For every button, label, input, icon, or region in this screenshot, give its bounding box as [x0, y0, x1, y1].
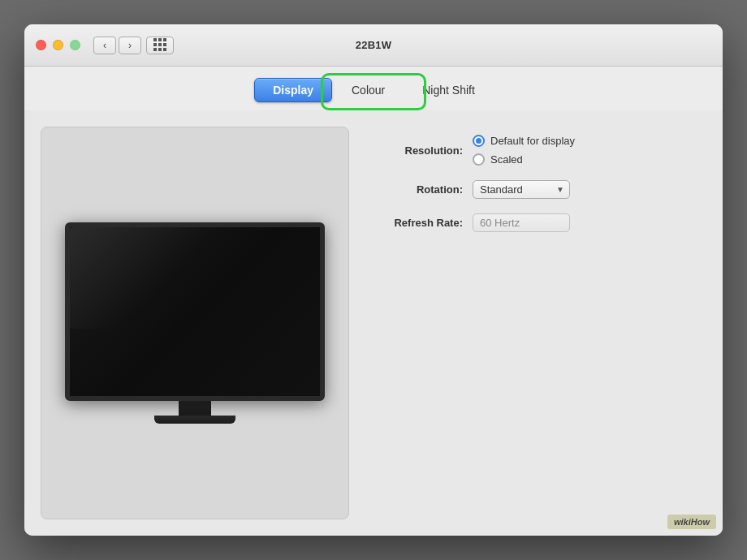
- wikihow-badge: wikiHow: [667, 515, 716, 529]
- refresh-rate-value: 60 Hertz: [473, 213, 570, 232]
- nav-buttons: ‹ ›: [93, 37, 141, 54]
- forward-icon: ›: [128, 40, 132, 51]
- back-button[interactable]: ‹: [93, 37, 116, 54]
- minimize-button[interactable]: [53, 40, 63, 50]
- settings-panel: Resolution: Default for display Scaled: [374, 127, 706, 519]
- grid-icon: [153, 38, 167, 52]
- tab-night-shift[interactable]: Night Shift: [404, 78, 493, 102]
- maximize-button[interactable]: [70, 40, 80, 50]
- resolution-default-option[interactable]: Default for display: [473, 135, 575, 147]
- resolution-label: Resolution:: [374, 144, 463, 157]
- grid-button[interactable]: [146, 37, 174, 54]
- resolution-row: Resolution: Default for display Scaled: [374, 135, 706, 166]
- resolution-default-label: Default for display: [490, 135, 575, 147]
- forward-button[interactable]: ›: [119, 37, 141, 54]
- tv-reflection: [70, 227, 220, 329]
- refresh-rate-label: Refresh Rate:: [374, 217, 463, 229]
- rotation-value: Standard: [480, 183, 523, 196]
- tabs-bar: Display Colour Night Shift: [24, 67, 723, 110]
- window-title: 22B1W: [356, 39, 391, 51]
- resolution-radio-group: Default for display Scaled: [473, 135, 575, 166]
- refresh-rate-row: Refresh Rate: 60 Hertz: [374, 213, 706, 232]
- tv-stand-base: [154, 416, 235, 424]
- resolution-scaled-radio[interactable]: [473, 153, 485, 166]
- back-icon: ‹: [103, 40, 106, 51]
- rotation-row: Rotation: Standard ▼: [374, 180, 706, 199]
- tab-display[interactable]: Display: [254, 78, 332, 102]
- resolution-default-radio[interactable]: [473, 135, 485, 147]
- tv-stand-neck: [179, 401, 211, 416]
- tv-screen: [65, 222, 325, 401]
- tv-illustration-panel: [41, 127, 349, 519]
- traffic-lights: [36, 40, 80, 50]
- display-preferences-window: ‹ › 22B1W Display: [24, 24, 723, 536]
- rotation-label: Rotation:: [374, 183, 463, 196]
- resolution-scaled-label: Scaled: [490, 153, 523, 166]
- tab-colour[interactable]: Colour: [334, 78, 403, 102]
- main-content: Resolution: Default for display Scaled: [24, 110, 723, 536]
- tv-wrapper: [65, 222, 325, 424]
- resolution-scaled-option[interactable]: Scaled: [473, 153, 575, 166]
- rotation-dropdown[interactable]: Standard ▼: [473, 180, 570, 199]
- dropdown-arrow-icon: ▼: [556, 185, 564, 194]
- close-button[interactable]: [36, 40, 46, 50]
- titlebar: ‹ › 22B1W: [24, 24, 723, 67]
